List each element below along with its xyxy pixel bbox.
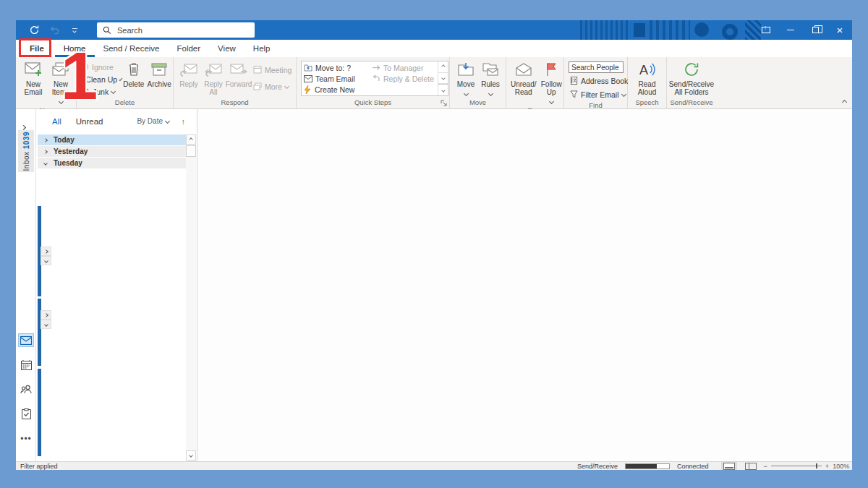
ribbon-group-move: Move Rules Move: [450, 57, 506, 108]
more-respond-button[interactable]: More: [252, 80, 295, 93]
tab-help[interactable]: Help: [244, 40, 279, 57]
reply-delete-label: Reply & Delete: [383, 74, 434, 83]
ribbon-group-respond: Reply Reply All Forward: [174, 57, 297, 108]
group-row-today[interactable]: Today: [38, 134, 186, 145]
svg-text:A: A: [639, 63, 648, 77]
reply-all-label: Reply All: [202, 80, 225, 96]
delete-label: Delete: [123, 80, 144, 88]
nav-mail-button[interactable]: [18, 333, 34, 347]
to-manager-label: To Manager: [383, 64, 423, 72]
delete-button[interactable]: Delete: [122, 59, 146, 89]
ribbon-group-find: Address Book Filter Email Find: [564, 57, 628, 108]
quick-steps-dialog-launcher[interactable]: [441, 100, 448, 107]
scroll-up-button[interactable]: [186, 134, 196, 145]
titlebar-decoration: [580, 20, 761, 40]
quick-step-create-new[interactable]: Create New: [304, 85, 370, 95]
scroll-down-button[interactable]: [186, 450, 196, 461]
send-receive-qat-button[interactable]: [27, 24, 41, 37]
status-bar: Filter applied Send/Receive Connected − …: [16, 461, 852, 470]
send-receive-all-button[interactable]: Send/Receive All Folders: [668, 59, 715, 97]
reply-all-button[interactable]: Reply All: [201, 59, 226, 97]
search-bar[interactable]: [97, 22, 255, 38]
filter-tab-all[interactable]: All: [52, 117, 61, 126]
team-email-icon: [304, 75, 312, 82]
folder-pane-scrollbar[interactable]: [38, 206, 41, 456]
collapse-ribbon-button[interactable]: [843, 94, 846, 107]
zoom-out-button[interactable]: −: [764, 463, 767, 470]
group-row-yesterday[interactable]: Yesterday: [38, 146, 186, 157]
gallery-more-button[interactable]: [438, 84, 448, 95]
restore-button[interactable]: [803, 20, 827, 40]
tab-folder[interactable]: Folder: [169, 40, 210, 57]
tab-view[interactable]: View: [209, 40, 244, 57]
quick-step-move-to[interactable]: Move to: ?: [304, 62, 370, 73]
ribbon-group-quick-steps: Move to: ? Team Email Create New: [297, 57, 450, 108]
nav-tasks-button[interactable]: [18, 407, 34, 421]
filter-tab-unread[interactable]: Unread: [76, 117, 103, 126]
popout-button[interactable]: [754, 20, 778, 40]
search-people-input[interactable]: [569, 61, 624, 73]
collapse-button[interactable]: [41, 320, 51, 329]
popout-icon: [762, 27, 770, 33]
sort-by-date-button[interactable]: By Date: [137, 117, 169, 125]
undo-button[interactable]: [48, 24, 61, 37]
expand-collapse-pair-1: [41, 247, 51, 265]
quick-step-to-manager[interactable]: To Manager: [372, 62, 438, 74]
collapse-button[interactable]: [41, 256, 51, 265]
read-aloud-button[interactable]: A Read Aloud: [631, 59, 663, 97]
to-manager-icon: [372, 64, 380, 71]
inbox-count: 1039: [22, 132, 30, 149]
scrollbar-thumb[interactable]: [186, 145, 196, 157]
message-list-scrollbar[interactable]: [186, 134, 196, 461]
nav-more-button[interactable]: •••: [18, 432, 34, 445]
gallery-down-button[interactable]: [438, 73, 448, 85]
new-email-button[interactable]: New Email: [20, 59, 46, 97]
ribbon-tabs: File Home Send / Receive Folder View Hel…: [16, 40, 852, 57]
customize-qat-button[interactable]: [68, 24, 81, 37]
expand-button[interactable]: [41, 310, 51, 320]
zoom-slider[interactable]: [771, 466, 822, 466]
dropdown-chevron-icon: [284, 84, 289, 89]
archive-label: Archive: [148, 80, 171, 88]
sort-direction-button[interactable]: ↑: [182, 117, 186, 126]
create-new-icon: [304, 85, 312, 94]
rules-button[interactable]: Rules: [479, 59, 502, 98]
zoom-control: − + 100%: [764, 463, 850, 470]
meeting-button[interactable]: Meeting: [252, 64, 295, 76]
archive-button[interactable]: Archive: [146, 59, 173, 89]
unread-read-button[interactable]: Unread/ Read: [509, 59, 537, 97]
inbox-vertical-tab[interactable]: Inbox 1039: [18, 130, 34, 172]
nav-calendar-button[interactable]: [18, 358, 34, 372]
follow-up-label: Follow Up: [540, 80, 563, 96]
tutorial-step-number: 1: [61, 45, 98, 108]
search-input[interactable]: [117, 26, 233, 35]
message-groups: Today Yesterday Tuesday: [38, 134, 186, 169]
group-row-tuesday[interactable]: Tuesday: [38, 158, 186, 168]
reading-view-button[interactable]: [745, 463, 757, 470]
move-button[interactable]: Move: [454, 59, 477, 98]
zoom-in-button[interactable]: +: [825, 463, 829, 470]
forward-label: Forward: [226, 80, 252, 88]
close-button[interactable]: ×: [827, 20, 852, 40]
reply-button[interactable]: Reply: [176, 59, 201, 89]
quick-step-reply-delete[interactable]: Reply & Delete: [372, 74, 438, 85]
normal-view-button[interactable]: [723, 463, 735, 470]
meeting-icon: [253, 66, 262, 74]
send-receive-icon: [683, 60, 700, 79]
minimize-button[interactable]: [778, 20, 803, 40]
address-book-button[interactable]: Address Book: [569, 74, 628, 87]
filter-email-button[interactable]: Filter Email: [569, 88, 628, 100]
nav-people-button[interactable]: [18, 382, 34, 396]
forward-button[interactable]: Forward: [226, 59, 252, 89]
quick-step-team-email[interactable]: Team Email: [304, 73, 370, 84]
follow-up-button[interactable]: Follow Up: [539, 59, 563, 106]
tab-send-receive[interactable]: Send / Receive: [95, 40, 169, 57]
gallery-up-button[interactable]: [438, 61, 448, 73]
chevron-down-icon: [72, 29, 77, 33]
ribbon: New Email New Items New Ignore: [16, 57, 852, 109]
folder-pane-collapsed: Inbox 1039 •••: [16, 109, 36, 461]
expand-button[interactable]: [41, 247, 51, 256]
tasks-icon: [22, 408, 31, 419]
reply-delete-icon: [372, 75, 380, 82]
zoom-level[interactable]: 100%: [833, 463, 849, 470]
